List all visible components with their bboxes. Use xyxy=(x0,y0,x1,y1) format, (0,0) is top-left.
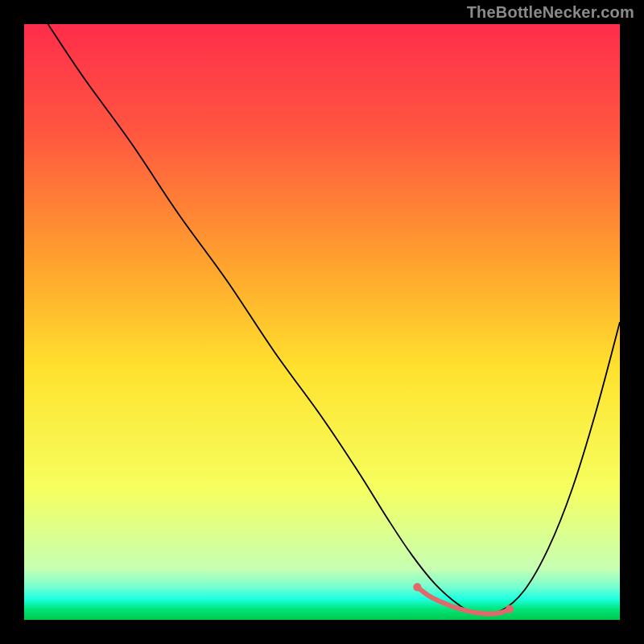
chart-stage: TheBottleNecker.com xyxy=(0,0,644,644)
highlight-endpoint xyxy=(506,605,514,613)
gradient-background xyxy=(24,24,620,620)
highlight-endpoint xyxy=(413,583,421,591)
attribution-text: TheBottleNecker.com xyxy=(467,3,634,22)
plot-area xyxy=(24,24,620,620)
chart-svg xyxy=(24,24,620,620)
